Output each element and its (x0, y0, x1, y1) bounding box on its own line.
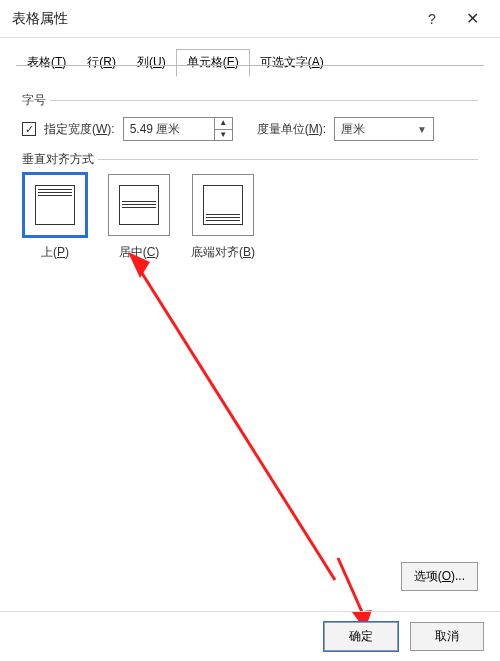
tab-column[interactable]: 列(U) (126, 49, 177, 77)
valign-label-top: 上(P) (41, 244, 69, 261)
measure-unit-label: 度量单位(M): (257, 121, 326, 138)
size-fieldset: 字号 ✓ 指定宽度(W): 5.49 厘米 ▲ ▼ 度量单位(M): 厘米 ▼ (22, 100, 478, 141)
tab-cell[interactable]: 单元格(E) (176, 49, 250, 77)
cancel-button[interactable]: 取消 (410, 622, 484, 651)
ok-button[interactable]: 确定 (324, 622, 398, 651)
valign-option-center[interactable]: 居中(C) (106, 174, 172, 261)
valign-label-bottom: 底端对齐(B) (191, 244, 255, 261)
dialog-content: 字号 ✓ 指定宽度(W): 5.49 厘米 ▲ ▼ 度量单位(M): 厘米 ▼ (0, 76, 500, 261)
dialog-title: 表格属性 (12, 10, 412, 28)
options-button[interactable]: 选项(O)... (401, 562, 478, 591)
dialog-footer: 确定 取消 (0, 611, 500, 661)
close-button[interactable]: ✕ (452, 4, 492, 34)
tab-alttext[interactable]: 可选文字(A) (249, 49, 335, 77)
valign-options: 上(P) 居中(C) 底端对齐(B) (22, 174, 478, 261)
measure-unit-select[interactable]: 厘米 ▼ (334, 117, 434, 141)
valign-fieldset: 垂直对齐方式 上(P) 居中(C) 底端对齐(B) (22, 159, 478, 261)
preferred-width-checkbox[interactable]: ✓ (22, 122, 36, 136)
help-button[interactable]: ? (412, 4, 452, 34)
size-legend: 字号 (22, 92, 50, 109)
valign-option-bottom[interactable]: 底端对齐(B) (190, 174, 256, 261)
preferred-width-spinner[interactable]: ▲ ▼ (214, 118, 232, 140)
tab-row[interactable]: 行(R) (76, 49, 127, 77)
spinner-up-icon[interactable]: ▲ (215, 118, 232, 130)
preferred-width-label: 指定宽度(W): (44, 121, 115, 138)
preferred-width-value: 5.49 厘米 (124, 121, 214, 138)
valign-option-top[interactable]: 上(P) (22, 174, 88, 261)
svg-line-0 (140, 270, 335, 580)
svg-line-1 (338, 558, 362, 612)
valign-label-center: 居中(C) (119, 244, 160, 261)
measure-unit-value: 厘米 (341, 121, 365, 138)
valign-legend: 垂直对齐方式 (22, 151, 98, 168)
tab-underline (16, 65, 484, 66)
size-row: ✓ 指定宽度(W): 5.49 厘米 ▲ ▼ 度量单位(M): 厘米 ▼ (22, 117, 478, 141)
chevron-down-icon: ▼ (417, 124, 427, 135)
tab-strip: 表格(T) 行(R) 列(U) 单元格(E) 可选文字(A) (0, 38, 500, 76)
spinner-down-icon[interactable]: ▼ (215, 130, 232, 141)
preferred-width-input[interactable]: 5.49 厘米 ▲ ▼ (123, 117, 233, 141)
titlebar: 表格属性 ? ✕ (0, 0, 500, 38)
tab-table[interactable]: 表格(T) (16, 49, 77, 77)
